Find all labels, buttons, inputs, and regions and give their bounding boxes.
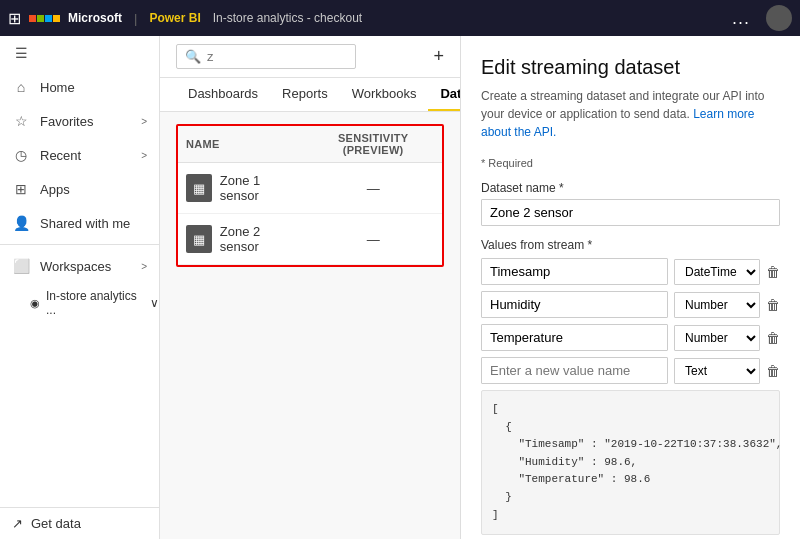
col-name-header: NAME [178,126,304,163]
delete-stream-3[interactable]: 🗑 [766,330,780,346]
sidebar-toggle[interactable]: ☰ [0,36,159,70]
stream-type-2[interactable]: NumberDateTimeText [674,292,760,318]
tab-workbooks[interactable]: Workbooks [340,78,429,111]
grid-icon: ⊞ [8,9,21,28]
sidebar-item-home[interactable]: ⌂ Home [0,70,159,104]
stream-type-new[interactable]: TextDateTimeNumber [674,358,760,384]
stream-row-new: TextDateTimeNumber 🗑 [481,357,780,384]
content-area: 🔍 + Dashboards Reports Workbooks Dataset… [160,36,460,539]
topbar-divider: | [134,11,137,26]
chevron-right-icon: > [141,150,147,161]
sidebar-item-apps-label: Apps [40,182,70,197]
dataset-name-label: Dataset name * [481,181,780,195]
stream-row-2: NumberDateTimeText 🗑 [481,291,780,318]
stream-name-1[interactable] [481,258,668,285]
dataset-name-cell: ▦ Zone 2 sensor [178,214,304,265]
dataset-icon-1: ▦ [186,174,212,202]
sidebar-item-apps[interactable]: ⊞ Apps [0,172,159,206]
dataset-name-1: Zone 1 sensor [220,173,297,203]
dataset-table: NAME SENSITIVITY (preview) ▦ Zone 1 sens… [178,126,442,265]
dataset-name-cell: ▦ Zone 1 sensor [178,163,304,214]
favorites-icon: ☆ [12,112,30,130]
sidebar-item-home-label: Home [40,80,75,95]
sidebar-workspaces-label: Workspaces [40,259,111,274]
stream-type-1[interactable]: DateTimeNumberText [674,259,760,285]
delete-stream-1[interactable]: 🗑 [766,264,780,280]
col-sensitivity-header: SENSITIVITY (preview) [304,126,442,163]
dataset-name-input[interactable] [481,199,780,226]
topbar: ⊞ Microsoft | Power BI In-store analytic… [0,0,800,36]
home-icon: ⌂ [12,78,30,96]
tab-reports[interactable]: Reports [270,78,340,111]
dataset-name-2: Zone 2 sensor [220,224,297,254]
tab-dashboards[interactable]: Dashboards [176,78,270,111]
stream-name-new[interactable] [481,357,668,384]
get-data-label: Get data [31,516,81,531]
stream-name-2[interactable] [481,291,668,318]
add-button[interactable]: + [433,46,444,67]
stream-name-3[interactable] [481,324,668,351]
sidebar-item-recent-label: Recent [40,148,81,163]
search-box[interactable]: 🔍 [176,44,356,69]
table-row[interactable]: ▦ Zone 2 sensor — [178,214,442,265]
sensitivity-2: — [304,214,442,265]
tab-datasets[interactable]: Datasets [428,78,460,111]
more-options-icon[interactable]: ... [732,8,750,29]
chevron-icon: > [141,116,147,127]
search-icon: 🔍 [185,49,201,64]
dataset-table-container: NAME SENSITIVITY (preview) ▦ Zone 1 sens… [176,124,444,267]
sidebar-get-data[interactable]: ↗ Get data [0,507,159,539]
sidebar-item-favorites-label: Favorites [40,114,93,129]
avatar[interactable] [766,5,792,31]
workspaces-icon: ⬜ [12,257,30,275]
json-preview: [ { "Timesamp" : "2019-10-22T10:37:38.36… [481,390,780,535]
search-input[interactable] [207,49,347,64]
microsoft-logo [29,15,60,22]
getdata-icon: ↗ [12,516,23,531]
shared-icon: 👤 [12,214,30,232]
sidebar-item-instore-label: In-store analytics ... [46,289,144,317]
sensitivity-1: — [304,163,442,214]
sidebar-item-recent[interactable]: ◷ Recent > [0,138,159,172]
delete-stream-new[interactable]: 🗑 [766,363,780,379]
sidebar: ☰ ⌂ Home ☆ Favorites > ◷ Recent > ⊞ Apps… [0,36,160,539]
sidebar-item-shared[interactable]: 👤 Shared with me [0,206,159,240]
required-note: * Required [481,157,780,169]
microsoft-label: Microsoft [68,11,122,25]
stream-type-3[interactable]: NumberDateTimeText [674,325,760,351]
sidebar-item-instore[interactable]: ◉ In-store analytics ... ∨ [0,283,159,323]
workspaces-chevron-icon: > [141,261,147,272]
topbar-title: In-store analytics - checkout [213,11,362,25]
stream-values-label: Values from stream * [481,238,780,252]
stream-row-3: NumberDateTimeText 🗑 [481,324,780,351]
sidebar-item-favorites[interactable]: ☆ Favorites > [0,104,159,138]
stream-row-1: DateTimeNumberText 🗑 [481,258,780,285]
apps-icon: ⊞ [12,180,30,198]
content-header: 🔍 + [160,36,460,78]
sidebar-item-workspaces[interactable]: ⬜ Workspaces > [0,249,159,283]
main-layout: ☰ ⌂ Home ☆ Favorites > ◷ Recent > ⊞ Apps… [0,36,800,539]
panel-title: Edit streaming dataset [481,56,780,79]
instore-icon: ◉ [30,297,40,310]
edit-panel: Edit streaming dataset Create a streamin… [460,36,800,539]
table-row[interactable]: ▦ Zone 1 sensor — [178,163,442,214]
powerbi-label: Power BI [149,11,200,25]
dataset-icon-2: ▦ [186,225,212,253]
delete-stream-2[interactable]: 🗑 [766,297,780,313]
panel-description: Create a streaming dataset and integrate… [481,87,780,141]
instore-chevron-icon: ∨ [150,296,159,310]
hamburger-icon: ☰ [12,44,30,62]
recent-icon: ◷ [12,146,30,164]
table-area: NAME SENSITIVITY (preview) ▦ Zone 1 sens… [160,112,460,539]
tabs-bar: Dashboards Reports Workbooks Datasets Da… [160,78,460,112]
sidebar-item-shared-label: Shared with me [40,216,130,231]
